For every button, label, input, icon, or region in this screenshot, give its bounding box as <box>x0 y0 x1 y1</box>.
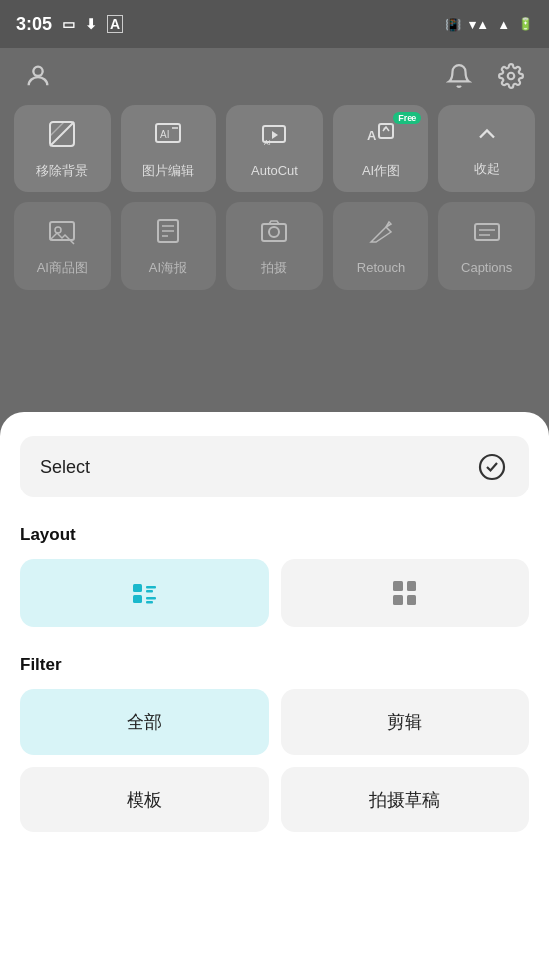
free-badge-ai-draw: Free <box>393 112 421 124</box>
user-icon[interactable] <box>20 58 56 94</box>
ai-draw-icon: A <box>365 118 397 157</box>
camera-icon <box>259 216 289 253</box>
status-bar-left: 3:05 ▭ ⬇ A <box>16 14 123 35</box>
tool-collapse[interactable]: 收起 <box>438 105 535 192</box>
tool-captions[interactable]: Captions <box>438 202 535 290</box>
autocut-label: AutoCut <box>251 163 298 178</box>
top-nav <box>0 48 549 104</box>
svg-point-1 <box>508 73 515 80</box>
battery-icon: 🔋 <box>518 17 533 31</box>
tool-ai-draw[interactable]: Free A AI作图 <box>333 105 429 192</box>
captions-icon <box>472 217 502 254</box>
collapse-icon <box>473 120 501 155</box>
status-bar: 3:05 ▭ ⬇ A 📳 ▾▲ ▲ 🔋 <box>0 0 549 48</box>
filter-title: Filter <box>20 655 529 675</box>
svg-point-0 <box>33 67 42 76</box>
select-check-icon[interactable] <box>475 450 509 484</box>
status-a-icon: A <box>107 15 123 33</box>
retouch-icon <box>366 217 396 254</box>
tool-image-edit[interactable]: AI 图片编辑 <box>121 105 217 192</box>
tool-ai-poster[interactable]: AI海报 <box>121 202 217 290</box>
svg-rect-24 <box>133 595 142 603</box>
remove-bg-label: 移除背景 <box>36 163 88 180</box>
svg-point-10 <box>384 127 386 129</box>
retouch-label: Retouch <box>357 260 405 275</box>
svg-rect-28 <box>146 601 153 604</box>
svg-rect-31 <box>393 595 403 605</box>
layout-title: Layout <box>20 525 529 545</box>
select-label: Select <box>40 457 90 478</box>
signal-icon: ▲ <box>497 17 510 32</box>
svg-text:AI: AI <box>264 139 271 146</box>
autocut-icon: AI <box>258 119 290 158</box>
captions-label: Captions <box>461 260 512 275</box>
bell-icon[interactable] <box>441 58 477 94</box>
svg-point-12 <box>55 227 61 233</box>
svg-rect-27 <box>146 597 156 600</box>
filter-draft-button[interactable]: 拍摄草稿 <box>281 767 530 832</box>
image-edit-label: 图片编辑 <box>142 163 194 180</box>
remove-bg-icon <box>46 118 78 157</box>
svg-rect-32 <box>407 595 416 605</box>
tool-ai-product[interactable]: AI商品图 <box>14 202 111 290</box>
top-nav-right <box>441 58 529 94</box>
svg-rect-23 <box>133 584 142 592</box>
camera-label: 拍摄 <box>261 259 287 277</box>
svg-point-18 <box>269 227 279 237</box>
svg-text:A: A <box>367 128 377 143</box>
ai-product-label: AI商品图 <box>37 259 88 277</box>
image-edit-icon: AI <box>152 118 184 157</box>
tool-remove-bg[interactable]: 移除背景 <box>14 105 111 192</box>
tool-camera[interactable]: 拍摄 <box>226 202 323 290</box>
status-bar-right: 📳 ▾▲ ▲ 🔋 <box>445 17 533 32</box>
wifi-icon: ▾▲ <box>469 17 489 32</box>
settings-icon[interactable] <box>493 58 529 94</box>
svg-rect-26 <box>146 590 153 593</box>
ai-draw-label: AI作图 <box>362 163 400 180</box>
svg-point-22 <box>480 455 504 479</box>
layout-row <box>20 559 529 627</box>
tool-autocut[interactable]: AI AutoCut <box>226 105 323 192</box>
ai-poster-label: AI海报 <box>149 259 187 277</box>
bottom-sheet: Select Layout <box>0 412 549 980</box>
tool-row-1: 移除背景 AI 图片编辑 AI AutoCut <box>14 105 535 192</box>
layout-section: Layout <box>20 525 529 627</box>
select-row[interactable]: Select <box>20 436 529 497</box>
ai-product-icon <box>47 216 77 253</box>
svg-rect-19 <box>475 224 499 240</box>
tool-retouch[interactable]: Retouch <box>333 202 429 290</box>
status-rect-icon: ▭ <box>62 16 75 32</box>
filter-template-button[interactable]: 模板 <box>20 767 269 832</box>
vibrate-icon: 📳 <box>445 17 461 32</box>
svg-rect-30 <box>407 581 416 591</box>
filter-edit-button[interactable]: 剪辑 <box>281 689 530 755</box>
status-download-icon: ⬇ <box>85 16 97 32</box>
tool-row-2: AI商品图 AI海报 拍摄 <box>14 202 535 290</box>
svg-marker-6 <box>272 131 278 139</box>
collapse-label: 收起 <box>474 161 500 178</box>
filter-section: Filter 全部 剪辑 模板 拍摄草稿 <box>20 655 529 832</box>
status-time: 3:05 <box>16 14 52 35</box>
tool-grid: 移除背景 AI 图片编辑 AI AutoCut <box>0 105 549 300</box>
layout-grid-button[interactable] <box>281 559 530 627</box>
filter-all-button[interactable]: 全部 <box>20 689 269 755</box>
ai-poster-icon <box>153 216 183 253</box>
svg-text:AI: AI <box>160 129 169 140</box>
svg-rect-25 <box>146 586 156 589</box>
layout-list-button[interactable] <box>20 559 269 627</box>
filter-grid: 全部 剪辑 模板 拍摄草稿 <box>20 689 529 832</box>
svg-rect-29 <box>393 581 403 591</box>
